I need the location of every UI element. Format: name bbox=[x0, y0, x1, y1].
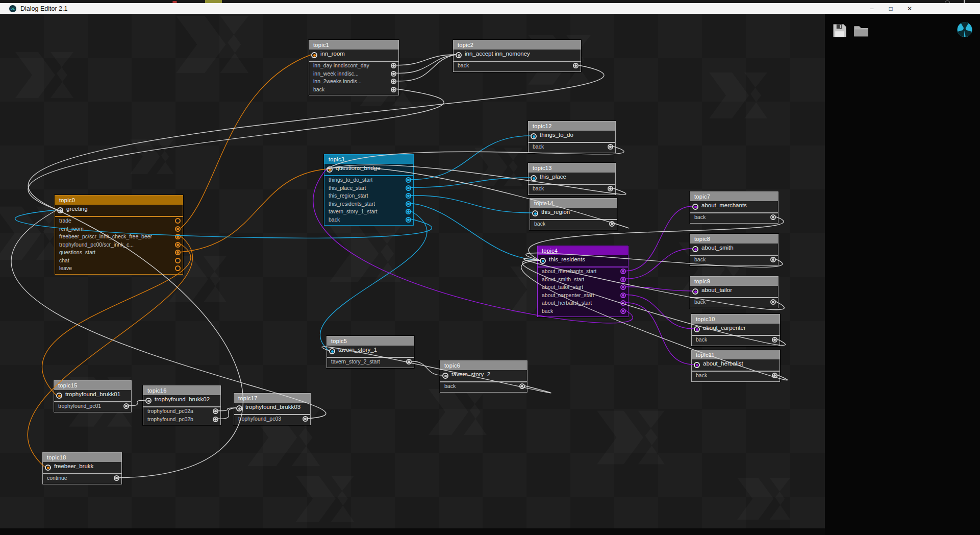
node-input-row[interactable]: about_herbalist bbox=[692, 359, 780, 372]
dialog-node-topic6[interactable]: topic6tavern_story_2back bbox=[440, 360, 527, 393]
output-port[interactable] bbox=[620, 277, 626, 282]
node-input-row[interactable]: things_to_do bbox=[529, 131, 615, 143]
node-input-row[interactable]: tavern_story_1 bbox=[327, 346, 414, 358]
response-row[interactable]: inn_week inndisc... bbox=[309, 70, 398, 78]
node-title[interactable]: topic1 bbox=[309, 40, 398, 50]
node-title[interactable]: topic2 bbox=[454, 40, 581, 50]
dialog-node-topic1[interactable]: topic1inn_roominn_day inndiscont_dayinn_… bbox=[309, 40, 399, 95]
input-port[interactable] bbox=[311, 52, 317, 58]
response-row[interactable]: things_to_do_start bbox=[324, 176, 413, 184]
response-row[interactable]: inn_day inndiscont_day bbox=[309, 62, 398, 70]
output-port[interactable] bbox=[391, 63, 396, 68]
dialog-node-topic3[interactable]: topic3questions_bridgethings_to_do_start… bbox=[324, 154, 414, 226]
node-input-row[interactable]: tavern_story_2 bbox=[440, 370, 527, 382]
dialog-node-topic2[interactable]: topic2inn_accept inn_nomoneyback bbox=[453, 40, 581, 72]
output-port[interactable] bbox=[175, 226, 181, 232]
node-title[interactable]: topic8 bbox=[690, 234, 778, 244]
response-row[interactable]: back bbox=[692, 372, 780, 380]
output-port[interactable] bbox=[391, 71, 396, 77]
node-input-row[interactable]: this_place bbox=[529, 173, 615, 185]
output-port[interactable] bbox=[213, 417, 218, 422]
response-row[interactable]: about_carpenter_start bbox=[538, 291, 628, 300]
node-title[interactable]: topic16 bbox=[143, 386, 220, 395]
output-port[interactable] bbox=[620, 308, 626, 314]
dialog-node-topic11[interactable]: topic11about_herbalistback bbox=[691, 350, 780, 382]
node-input-row[interactable]: greeting bbox=[55, 205, 183, 217]
input-port[interactable] bbox=[692, 288, 698, 295]
minimize-button[interactable]: – bbox=[863, 3, 881, 14]
dialog-node-topic7[interactable]: topic7about_merchantsback bbox=[690, 191, 778, 224]
response-row[interactable]: this_residents_start bbox=[324, 200, 413, 208]
response-row[interactable]: back bbox=[690, 256, 778, 264]
input-port[interactable] bbox=[329, 348, 335, 354]
dialog-node-topic16[interactable]: topic16trophyfound_brukk02trophyfound_pc… bbox=[143, 385, 221, 425]
output-port[interactable] bbox=[406, 193, 411, 199]
node-title[interactable]: topic13 bbox=[529, 163, 615, 173]
output-port[interactable] bbox=[772, 337, 777, 343]
output-port[interactable] bbox=[175, 250, 181, 255]
response-row[interactable]: back bbox=[692, 336, 780, 344]
node-title[interactable]: topic15 bbox=[54, 381, 131, 390]
response-row[interactable]: back bbox=[324, 216, 413, 224]
node-input-row[interactable]: about_merchants bbox=[690, 201, 778, 213]
node-title[interactable]: topic17 bbox=[234, 394, 310, 403]
node-input-row[interactable]: about_tailor bbox=[690, 286, 778, 298]
response-row[interactable]: back bbox=[690, 213, 778, 222]
node-title[interactable]: topic7 bbox=[690, 192, 778, 201]
response-row[interactable]: back bbox=[530, 220, 617, 228]
response-row[interactable]: leave bbox=[55, 264, 183, 273]
input-port[interactable] bbox=[326, 166, 333, 173]
dialog-node-topic8[interactable]: topic8about_smithback bbox=[690, 234, 778, 266]
node-input-row[interactable]: about_smith bbox=[690, 244, 778, 256]
node-input-row[interactable]: questions_bridge bbox=[324, 164, 413, 176]
dialog-node-topic10[interactable]: topic10about_carpenterback bbox=[691, 314, 780, 346]
output-port[interactable] bbox=[406, 185, 411, 191]
output-port[interactable] bbox=[175, 258, 181, 263]
input-port[interactable] bbox=[145, 398, 152, 404]
dialog-node-topic9[interactable]: topic9about_tailorback bbox=[690, 276, 778, 308]
output-port[interactable] bbox=[770, 299, 776, 305]
response-row[interactable]: chat bbox=[55, 257, 183, 265]
response-row[interactable]: freebeer_pc/scr_innk_check_free_beer bbox=[55, 233, 183, 241]
output-port[interactable] bbox=[608, 144, 613, 150]
response-row[interactable]: back bbox=[690, 298, 778, 306]
response-row[interactable]: back bbox=[529, 185, 615, 193]
output-port[interactable] bbox=[772, 373, 777, 378]
node-input-row[interactable]: inn_accept inn_nomoney bbox=[454, 50, 581, 62]
response-row[interactable]: this_region_start bbox=[324, 192, 413, 200]
output-port[interactable] bbox=[770, 257, 776, 262]
node-title[interactable]: topic12 bbox=[529, 121, 615, 131]
open-folder-button[interactable] bbox=[853, 23, 869, 38]
output-port[interactable] bbox=[620, 300, 626, 306]
response-row[interactable]: back bbox=[538, 307, 628, 315]
dialog-node-topic17[interactable]: topic17trophyfound_brukk03trophyfound_pc… bbox=[234, 393, 311, 425]
node-title[interactable]: topic5 bbox=[327, 336, 414, 346]
input-port[interactable] bbox=[694, 362, 700, 368]
response-row[interactable]: trophyfound_pc01 bbox=[54, 402, 131, 410]
response-row[interactable]: about_tailor_start bbox=[538, 283, 628, 291]
input-port[interactable] bbox=[540, 258, 546, 264]
input-port[interactable] bbox=[694, 326, 700, 332]
input-port[interactable] bbox=[692, 246, 698, 252]
node-title[interactable]: topic9 bbox=[690, 277, 778, 286]
maximize-button[interactable]: □ bbox=[882, 3, 899, 14]
node-title[interactable]: topic11 bbox=[692, 350, 780, 359]
output-port[interactable] bbox=[620, 284, 626, 290]
output-port[interactable] bbox=[770, 214, 776, 220]
input-port[interactable] bbox=[442, 373, 448, 379]
response-row[interactable]: back bbox=[454, 62, 581, 70]
input-port[interactable] bbox=[692, 204, 698, 210]
node-input-row[interactable]: this_residents bbox=[538, 255, 628, 268]
output-port[interactable] bbox=[608, 186, 613, 191]
node-input-row[interactable]: inn_room bbox=[309, 50, 398, 62]
node-title[interactable]: topic3 bbox=[324, 155, 413, 164]
output-port[interactable] bbox=[213, 408, 218, 414]
response-row[interactable]: continue bbox=[43, 474, 121, 482]
output-port[interactable] bbox=[175, 265, 181, 271]
output-port[interactable] bbox=[175, 218, 181, 224]
response-row[interactable]: trade bbox=[55, 217, 183, 225]
output-port[interactable] bbox=[175, 234, 181, 239]
dialog-node-topic4[interactable]: topic4this_residentsabout_merchants_star… bbox=[537, 246, 629, 317]
node-input-row[interactable]: about_carpenter bbox=[692, 324, 780, 336]
response-row[interactable]: this_place_start bbox=[324, 184, 413, 192]
